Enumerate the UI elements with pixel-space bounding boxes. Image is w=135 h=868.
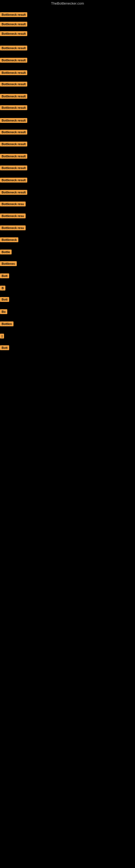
badge-text-13: Bottleneck result: [0, 154, 27, 159]
bottleneck-badge-5: Bottleneck result: [0, 58, 27, 64]
badge-text-28: |: [0, 334, 4, 339]
bottleneck-badge-2: Bottleneck result: [0, 22, 27, 28]
bottleneck-badge-8: Bottleneck result: [0, 94, 27, 100]
bottleneck-badge-13: Bottleneck result: [0, 154, 27, 160]
bottleneck-badge-18: Bottleneck resu: [0, 214, 26, 219]
badge-text-27: Bottlen: [0, 321, 13, 326]
badge-text-3: Bottleneck result: [0, 31, 27, 36]
bottleneck-badge-29: Bott: [0, 345, 9, 351]
badge-text-9: Bottleneck result: [0, 105, 27, 110]
badge-text-8: Bottleneck result: [0, 94, 27, 99]
badge-text-23: Bott: [0, 273, 9, 278]
badge-text-12: Bottleneck result: [0, 142, 27, 147]
badge-text-25: Bott: [0, 297, 9, 302]
bottleneck-badge-1: Bottleneck result: [0, 12, 27, 18]
badge-text-16: Bottleneck result: [0, 190, 27, 195]
badge-text-10: Bottleneck result: [0, 118, 27, 123]
badge-text-26: Bo: [0, 309, 7, 314]
bottleneck-badge-14: Bottleneck result: [0, 165, 27, 172]
badge-text-17: Bottleneck resu: [0, 202, 26, 207]
bottleneck-badge-9: Bottleneck result: [0, 105, 27, 111]
badge-text-4: Bottleneck result: [0, 45, 27, 51]
badge-text-21: Bottle: [0, 250, 12, 254]
bottleneck-badge-15: Bottleneck result: [0, 178, 27, 184]
badge-text-20: Bottleneck: [0, 237, 18, 242]
badge-text-6: Bottleneck result: [0, 70, 27, 75]
bottleneck-badge-12: Bottleneck result: [0, 142, 27, 148]
bottleneck-badge-17: Bottleneck resu: [0, 202, 26, 208]
badge-text-11: Bottleneck result: [0, 130, 27, 134]
badge-text-7: Bottleneck result: [0, 82, 27, 87]
bottleneck-badge-6: Bottleneck result: [0, 70, 27, 76]
bottleneck-badge-16: Bottleneck result: [0, 190, 27, 196]
badge-text-1: Bottleneck result: [0, 12, 27, 17]
bottleneck-badge-24: B: [0, 286, 5, 291]
badge-text-29: Bott: [0, 345, 9, 350]
bottleneck-badge-27: Bottlen: [0, 321, 13, 328]
badge-text-22: Bottlenec: [0, 261, 17, 266]
bottleneck-badge-7: Bottleneck result: [0, 82, 27, 88]
site-title: TheBottlenecker.com: [0, 0, 135, 7]
badge-text-15: Bottleneck result: [0, 178, 27, 183]
badge-text-18: Bottleneck resu: [0, 214, 26, 218]
bottleneck-badge-4: Bottleneck result: [0, 45, 27, 52]
bottleneck-badge-21: Bottle: [0, 250, 12, 255]
bottleneck-badge-23: Bott: [0, 273, 9, 279]
bottleneck-badge-22: Bottlenec: [0, 261, 17, 267]
bottleneck-badge-11: Bottleneck result: [0, 130, 27, 135]
badge-text-2: Bottleneck result: [0, 22, 27, 27]
bottleneck-badge-20: Bottleneck: [0, 237, 18, 243]
bottleneck-badge-25: Bott: [0, 297, 9, 303]
badge-text-19: Bottleneck resu: [0, 225, 26, 230]
bottleneck-badge-3: Bottleneck result: [0, 31, 27, 37]
badge-text-24: B: [0, 286, 5, 290]
bottleneck-badge-26: Bo: [0, 309, 7, 315]
bottleneck-badge-28: |: [0, 334, 4, 340]
badge-text-14: Bottleneck result: [0, 165, 27, 170]
badge-text-5: Bottleneck result: [0, 58, 27, 63]
bottleneck-badge-10: Bottleneck result: [0, 118, 27, 124]
bottleneck-badge-19: Bottleneck resu: [0, 225, 26, 231]
